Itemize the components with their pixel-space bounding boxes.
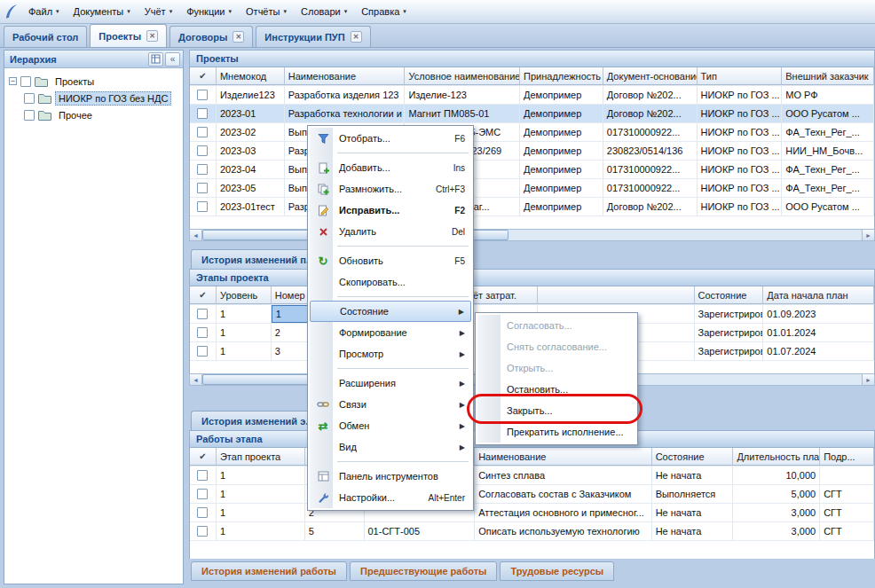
select-all-header[interactable]: ✔ xyxy=(190,286,217,304)
table-row[interactable]: 1501-СГТ-005Описать используемую техноло… xyxy=(190,522,874,541)
tree-item[interactable]: Прочее xyxy=(4,106,183,123)
context-menu-item-copy[interactable]: Скопировать... xyxy=(310,271,471,293)
row-checkbox[interactable] xyxy=(197,526,208,537)
row-checkbox[interactable] xyxy=(197,108,208,119)
context-menu-item-view[interactable]: Просмотр▶ xyxy=(310,343,471,365)
column-header[interactable]: Этап проекта xyxy=(217,448,305,466)
column-header[interactable]: Условное наименование xyxy=(405,67,520,85)
row-checkbox[interactable] xyxy=(197,127,208,137)
table-row[interactable]: 2023-02Выполнение ОКРМагнит ПМ085-ЭМСДем… xyxy=(190,123,874,142)
column-header[interactable]: Тип xyxy=(698,67,783,85)
tree-checkbox[interactable] xyxy=(24,93,35,104)
menubar-item-accounting[interactable]: Учёт▾ xyxy=(138,2,179,21)
tab-bar: Рабочий столПроекты✕Договоры✕Инструкции … xyxy=(0,24,875,48)
context-menu-item-filter[interactable]: Отобрать...F6 xyxy=(310,128,471,149)
context-menu-item-state[interactable]: Состояние▶ xyxy=(310,301,471,322)
bottom-tab-work-history[interactable]: История изменений работы xyxy=(191,561,347,581)
select-all-header[interactable]: ✔ xyxy=(190,448,217,466)
scroll-right-icon[interactable]: ► xyxy=(862,230,874,240)
bottom-tab-predecessors[interactable]: Предшествующие работы xyxy=(350,561,497,581)
tab-close-icon[interactable]: ✕ xyxy=(351,31,362,43)
tree-item[interactable]: −Проекты xyxy=(4,73,183,90)
cell: МО РФ xyxy=(782,86,874,104)
table-row[interactable]: 2023-01Разработка технологии иМагнит ПМ0… xyxy=(190,105,874,123)
column-header[interactable]: Наименование xyxy=(285,67,406,85)
column-header[interactable]: Документ-основание xyxy=(603,67,698,85)
context-menu-item-add[interactable]: Добавить...Ins xyxy=(310,157,471,178)
select-all-header[interactable]: ✔ xyxy=(190,67,217,85)
row-checkbox[interactable] xyxy=(197,145,208,156)
menubar-item-help[interactable]: Справка▾ xyxy=(354,2,414,21)
context-menu-item-settings[interactable]: Настройки...Alt+Enter xyxy=(310,487,471,508)
context-menu-item-appearance[interactable]: Вид▶ xyxy=(310,436,471,458)
row-checkbox[interactable] xyxy=(197,470,208,481)
column-header[interactable]: Длительность план▼ xyxy=(733,448,820,466)
context-menu-item-refresh[interactable]: ↻ОбновитьF5 xyxy=(310,250,471,271)
find-icon xyxy=(151,54,161,64)
table-row[interactable]: 2023-03РазработкаИзделие 230823/269Демоп… xyxy=(190,142,874,161)
context-menu-item-edit[interactable]: Исправить...F2 xyxy=(310,200,471,221)
tab-close-icon[interactable]: ✕ xyxy=(233,31,244,43)
table-row[interactable]: Изделие123Разработка изделия 123Изделие-… xyxy=(190,86,874,105)
tab-history-project[interactable]: История изменений п... xyxy=(191,249,325,269)
menubar-item-documents[interactable]: Документы▾ xyxy=(67,2,138,21)
column-header[interactable]: Состояние xyxy=(695,286,764,304)
tree-item[interactable]: НИОКР по ГОЗ без НДС xyxy=(4,90,183,106)
row-checkbox[interactable] xyxy=(197,201,208,212)
scroll-left-icon[interactable]: ◄ xyxy=(190,230,202,240)
menubar-item-reports[interactable]: Отчёты▾ xyxy=(239,2,294,21)
table-row[interactable]: 2023-01тестРазработкаПостоянный маг...Де… xyxy=(190,198,874,216)
scroll-left-icon[interactable]: ◄ xyxy=(190,374,202,385)
table-row[interactable]: 2023-04ВыполнениеДемопример017310000922.… xyxy=(190,161,874,179)
row-checkbox[interactable] xyxy=(197,183,208,193)
table-row[interactable]: 2023-05ВыполнениеДемопример017310000922.… xyxy=(190,179,874,198)
menubar-item-dictionaries[interactable]: Словари▾ xyxy=(294,2,354,21)
tab-contracts[interactable]: Договоры✕ xyxy=(169,26,253,47)
context-menu-item-formation[interactable]: Формирование▶ xyxy=(310,322,471,343)
row-checkbox[interactable] xyxy=(197,507,208,518)
row-checkbox[interactable] xyxy=(197,164,208,175)
column-header[interactable]: Дата начала план xyxy=(763,286,874,304)
tab-pup-instructions[interactable]: Инструкции ПУП✕ xyxy=(256,26,370,47)
scroll-right-icon[interactable]: ► xyxy=(862,374,874,385)
tree-checkbox[interactable] xyxy=(24,110,35,121)
context-menu-item-duplicate[interactable]: Размножить...Ctrl+F3 xyxy=(310,178,471,200)
row-checkbox[interactable] xyxy=(197,309,208,319)
context-menu-item-extensions[interactable]: Расширения▶ xyxy=(310,372,471,394)
row-checkbox[interactable] xyxy=(197,327,208,338)
menubar-item-functions[interactable]: Функции▾ xyxy=(179,2,239,21)
cell: 2023-01 xyxy=(217,105,285,122)
projects-hscrollbar[interactable]: ◄ ► xyxy=(189,229,875,241)
collapse-panel-button[interactable]: « xyxy=(165,52,180,67)
column-header[interactable]: Принадлежность xyxy=(520,67,603,85)
row-checkbox[interactable] xyxy=(197,489,208,499)
row-checkbox[interactable] xyxy=(197,90,208,100)
row-checkbox[interactable] xyxy=(197,346,208,357)
tab-close-icon[interactable]: ✕ xyxy=(146,30,158,42)
column-header[interactable]: Уровень xyxy=(217,286,272,304)
column-header[interactable]: Состояние xyxy=(652,448,734,466)
cell: Демопример xyxy=(520,161,603,178)
column-header[interactable]: Подр... xyxy=(820,448,874,466)
collapse-icon[interactable]: − xyxy=(9,77,17,85)
context-menu-item-exchange[interactable]: ⇄Обмен▶ xyxy=(310,415,471,436)
tab-history-stage[interactable]: История изменений э... xyxy=(191,411,324,430)
menubar-item-file[interactable]: Файл▾ xyxy=(21,2,67,21)
context-menu-item-toolbar[interactable]: Панель инструментов xyxy=(310,466,471,487)
context-menu-item-delete[interactable]: УдалитьDel xyxy=(310,221,471,242)
column-header[interactable] xyxy=(538,286,695,304)
context-menu-item-links[interactable]: Связи▶ xyxy=(310,394,471,415)
table-row[interactable]: 12Аттестация основного и примесног...Не … xyxy=(190,504,874,522)
bottom-tab-labor-resources[interactable]: Трудовые ресурсы xyxy=(500,561,614,581)
find-button[interactable] xyxy=(148,52,163,67)
tab-projects[interactable]: Проекты✕ xyxy=(90,24,167,47)
context-menu: Отобрать...F6Добавить...InsРазмножить...… xyxy=(307,125,474,511)
table-row[interactable]: 127Синтез сплаваНе начата10,000 xyxy=(190,466,874,485)
table-row[interactable]: 11Согласовать состав с ЗаказчикомВыполня… xyxy=(190,485,874,504)
column-header[interactable]: Мнемокод xyxy=(217,67,285,85)
state-submenu-item-terminate[interactable]: Прекратить исполнение... xyxy=(477,421,635,443)
tab-desktop[interactable]: Рабочий стол xyxy=(4,26,87,47)
column-header[interactable]: Внешний заказчик xyxy=(782,67,874,85)
tree-checkbox[interactable] xyxy=(20,76,31,87)
column-header[interactable]: Наименование xyxy=(475,448,651,466)
